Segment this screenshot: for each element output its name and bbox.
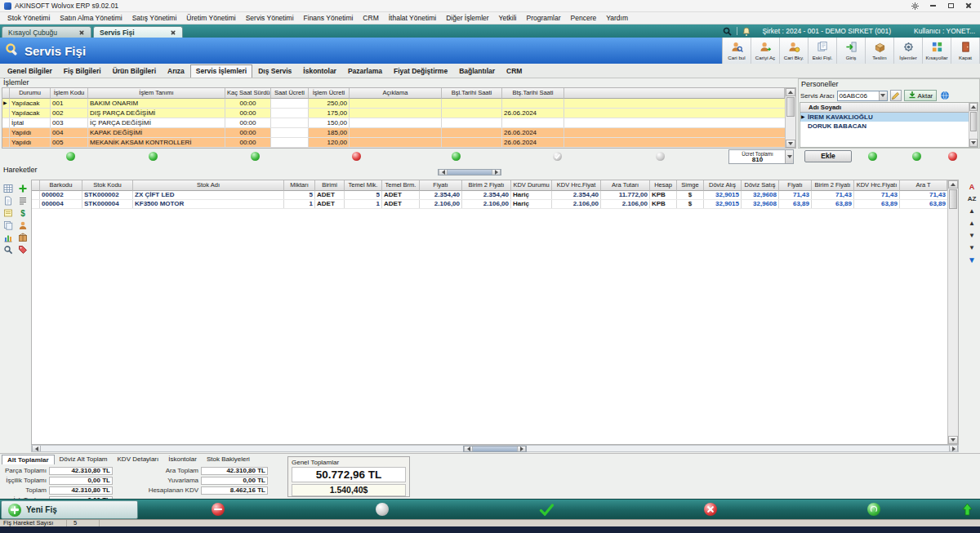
section-tab[interactable]: Genel Bilgiler xyxy=(2,64,58,78)
column-header[interactable]: Birimi xyxy=(315,180,345,191)
menu-item[interactable]: İthalat Yönetimi xyxy=(384,14,441,22)
sort-tool-icon[interactable]: ▲ xyxy=(969,207,975,215)
menu-item[interactable]: Pencere xyxy=(566,14,602,22)
totals-tab[interactable]: Döviz Alt Toplam xyxy=(55,455,113,464)
status-dot-icon[interactable] xyxy=(452,152,461,161)
status-dot-icon[interactable] xyxy=(352,152,361,161)
islemler-scrollbar[interactable] xyxy=(785,88,795,148)
giris-button[interactable]: Giriş xyxy=(837,38,866,64)
scroll-up-icon[interactable] xyxy=(969,103,978,111)
totals-tab[interactable]: KDV Detayları xyxy=(113,455,164,464)
add-row-icon[interactable] xyxy=(17,183,29,193)
section-tab[interactable]: Ürün Bilgileri xyxy=(107,64,162,78)
menu-item[interactable]: Finans Yönetimi xyxy=(299,14,359,22)
settings-gear-icon[interactable] xyxy=(910,2,920,11)
islemler-row[interactable]: Yapıldı 004 KAPAK DEĞİŞİMİ 00:00 185,00 … xyxy=(2,128,785,138)
minimize-button[interactable] xyxy=(928,2,938,11)
grid-pan-control[interactable] xyxy=(438,169,501,175)
totals-tab[interactable]: Stok Bakiyeleri xyxy=(202,455,255,464)
menu-item[interactable]: Yardım xyxy=(601,14,633,22)
status-dot-icon[interactable] xyxy=(656,152,665,161)
section-tab[interactable]: Fiyat Değiştirme xyxy=(388,64,453,78)
column-header[interactable]: Döviz Alış xyxy=(704,180,742,191)
column-header[interactable]: KDV Hrc.Fiyatı xyxy=(854,180,900,191)
pan-right-icon[interactable] xyxy=(517,446,526,451)
tag-icon[interactable] xyxy=(17,244,29,255)
kisayollar-button[interactable]: Kısayollar xyxy=(923,38,951,64)
eski-fisler-button[interactable]: Eski Fişl. xyxy=(808,38,837,64)
sort-tool-icon[interactable]: A xyxy=(969,183,975,191)
neutral-sphere-icon[interactable] xyxy=(376,503,389,516)
column-header[interactable]: Miktarı xyxy=(284,180,315,191)
search-icon[interactable] xyxy=(2,244,14,255)
sort-tool-icon[interactable]: ▲ xyxy=(969,220,975,228)
islemler-row[interactable]: İptal 003 İÇ PARÇA DEĞİŞİMİ 00:00 150,00 xyxy=(2,118,785,128)
globe-icon[interactable] xyxy=(939,90,951,101)
yeni-fis-button[interactable]: Yeni Fiş xyxy=(1,500,138,519)
menu-item[interactable]: CRM xyxy=(358,14,383,22)
hareketler-hscrollbar[interactable] xyxy=(31,445,959,452)
menu-item[interactable]: Satış Yönetimi xyxy=(127,14,182,22)
document-tab[interactable]: Servis Fişi xyxy=(93,26,183,38)
document-icon[interactable] xyxy=(2,195,14,206)
pan-left-icon[interactable] xyxy=(439,170,448,175)
column-header[interactable]: Fiyatı xyxy=(420,180,462,191)
dropdown-arrow-icon[interactable] xyxy=(785,150,793,163)
column-header[interactable]: Fiyatı xyxy=(779,180,812,191)
scroll-down-icon[interactable] xyxy=(969,139,978,147)
sort-tool-icon[interactable]: ▼ xyxy=(969,232,975,240)
ekle-button[interactable]: Ekle xyxy=(804,150,852,162)
refresh-icon[interactable] xyxy=(867,503,880,516)
chart-icon[interactable] xyxy=(2,232,14,242)
personnel-icon[interactable] xyxy=(17,220,29,230)
totals-tab[interactable]: Alt Toplamlar xyxy=(2,455,55,464)
dropdown-arrow-icon[interactable] xyxy=(879,91,887,100)
scroll-up-icon[interactable] xyxy=(948,180,958,189)
pan-right-icon[interactable] xyxy=(492,170,501,175)
price-dollar-icon[interactable]: $ xyxy=(17,207,29,218)
islemler-row[interactable]: Yapıldı 005 MEKANİK AKSAM KONTROLLERİ 00… xyxy=(2,138,785,148)
status-dot-icon[interactable] xyxy=(553,152,562,161)
adi-soyadi-column-header[interactable]: Adı Soyadı xyxy=(800,103,969,113)
pan-thumb[interactable] xyxy=(448,170,492,175)
column-header[interactable]: Simge xyxy=(677,180,704,191)
menu-item[interactable]: Servis Yönetimi xyxy=(241,14,299,22)
note-icon[interactable] xyxy=(2,207,14,218)
scroll-down-icon[interactable] xyxy=(948,436,958,444)
cancel-x-icon[interactable] xyxy=(704,503,717,516)
column-header[interactable]: Hesap xyxy=(650,180,677,191)
status-dot-icon[interactable] xyxy=(66,152,75,161)
personel-row[interactable]: ▶ İREM KAVAKLIOĞLU xyxy=(800,113,969,122)
column-header[interactable]: Stok Adı xyxy=(133,180,284,191)
sort-tool-icon[interactable]: ▼ xyxy=(968,256,976,264)
servis-araci-select[interactable]: 06ABC06 xyxy=(837,91,888,101)
list-icon[interactable] xyxy=(17,195,29,206)
column-header[interactable]: Saat Ücreti xyxy=(271,88,309,99)
column-header[interactable]: Temel Mik. xyxy=(345,180,382,191)
column-header[interactable]: Temel Brm. xyxy=(382,180,420,191)
section-tab[interactable]: İskontolar xyxy=(297,64,342,78)
hareketler-scrollbar[interactable] xyxy=(947,180,958,444)
column-header[interactable]: İşlem Kodu xyxy=(51,88,88,99)
scroll-thumb[interactable] xyxy=(949,189,957,209)
column-header[interactable]: Döviz Satış xyxy=(742,180,779,191)
menu-item[interactable]: Programlar xyxy=(522,14,566,22)
section-tab[interactable]: Servis İşlemleri xyxy=(190,64,252,78)
column-header[interactable]: İşlem Ücreti xyxy=(309,88,350,99)
totals-tab[interactable]: İskontolar xyxy=(163,455,202,464)
column-header[interactable]: Bşl.Tarihi Saati xyxy=(442,88,502,99)
add-personel-icon[interactable] xyxy=(868,152,877,161)
edit-pencil-icon[interactable] xyxy=(890,90,902,101)
scroll-thumb[interactable] xyxy=(786,97,795,117)
section-tab[interactable]: Arıza xyxy=(162,64,190,78)
stock-grid-icon[interactable] xyxy=(2,183,14,193)
confirm-personel-icon[interactable] xyxy=(912,152,921,161)
section-tab[interactable]: Fiş Bilgileri xyxy=(58,64,107,78)
cari-bakiye-button[interactable]: Cari Bky. xyxy=(780,38,808,64)
column-header[interactable]: Açıklama xyxy=(350,88,442,99)
column-header[interactable]: Kaç Saat Sürdü xyxy=(225,88,271,99)
close-button[interactable] xyxy=(964,2,973,11)
scroll-down-icon[interactable] xyxy=(786,140,795,148)
maximize-button[interactable] xyxy=(946,2,956,11)
sort-tool-icon[interactable]: AZ xyxy=(968,195,977,203)
